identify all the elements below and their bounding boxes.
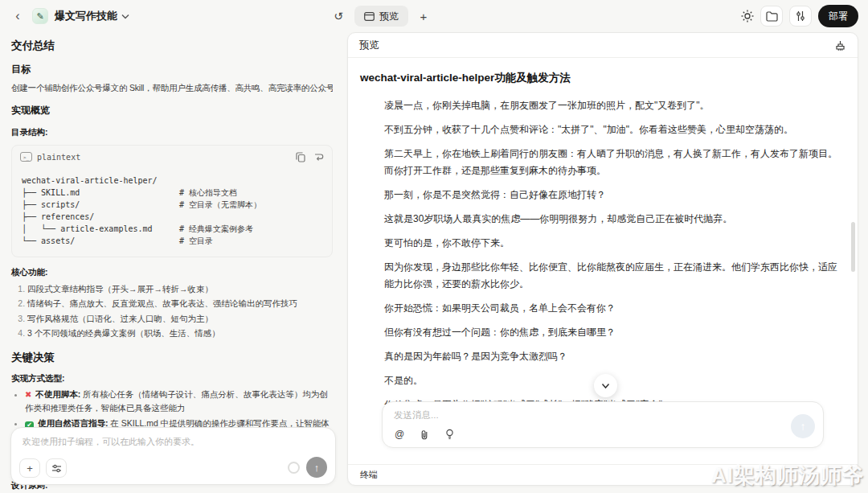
dir-structure-label: 目录结构: [11, 127, 333, 138]
new-tab-button[interactable]: + [416, 7, 432, 25]
article-content: wechat-viral-article-helper功能及触发方法 凌晨一点，… [348, 58, 851, 405]
code-line: wechat-viral-article-helper/ [22, 175, 322, 187]
article-paragraph: 不到五分钟，收获了十几个点赞和评论："太拼了"、"加油"。你看着这些赞美，心里却… [384, 121, 838, 138]
impl-item: ✖ 不使用脚本: 所有核心任务（情绪钩子设计、痛点分析、故事化表达等）均为创作类… [25, 388, 333, 415]
pencil-icon: ✎ [36, 11, 43, 22]
goal-text: 创建一个辅助创作公众号爆文的 Skill，帮助用户生成高传播、高共鸣、高完读率的… [11, 83, 333, 94]
deploy-button[interactable]: 部署 [818, 5, 858, 27]
article-paragraph: 那一刻，你是不是突然觉得：自己好像在原地打转？ [384, 187, 838, 203]
copy-icon[interactable] [296, 152, 305, 162]
impl-heading: 实现方式选型: [11, 373, 333, 384]
feature-item: 四段式文章结构指导（开头→展开→转折→收束） [27, 281, 333, 296]
left-composer: 欢迎使用扣子编程，可以在此输入你的要求。 + ↑ [10, 427, 336, 485]
feature-item: 3 个不同领域的经典爆文案例（职场、生活、情感） [27, 326, 333, 340]
wrap-icon[interactable] [313, 152, 324, 162]
article-paragraph: 真的是因为年龄吗？是因为竞争太激烈吗？ [384, 348, 838, 365]
arrow-up-icon: ↑ [314, 462, 320, 474]
topbar-tabs: ↺ 预览 + [330, 0, 432, 32]
code-line: ├── references/ [22, 211, 322, 223]
summary-panel: 交付总结 目标 创建一个辅助创作公众号爆文的 Skill，帮助用户生成高传播、高… [0, 32, 344, 493]
tab-preview[interactable]: 预览 [354, 6, 408, 27]
topbar-actions: 部署 [741, 0, 858, 32]
sun-icon [741, 10, 754, 23]
goal-heading: 目标 [11, 63, 333, 76]
article-title: wechat-viral-article-helper功能及触发方法 [360, 71, 838, 85]
code-block-header: >_ plaintext [12, 146, 332, 168]
plus-icon: + [420, 10, 428, 23]
project-title-menu[interactable]: 爆文写作技能 [55, 9, 129, 23]
skill-icon: ✎ [32, 8, 48, 24]
brush-icon[interactable] [834, 39, 846, 51]
code-line: │ └── article-examples.md# 经典爆文案例参考 [22, 223, 322, 235]
article-paragraph: 更可怕的是，你不敢停下来。 [384, 235, 838, 252]
browser-icon [364, 12, 375, 21]
settings-button[interactable] [789, 6, 812, 27]
plus-icon: + [27, 462, 33, 475]
x-icon: ✖ [25, 390, 31, 399]
scroll-to-bottom-button[interactable] [594, 374, 617, 397]
arrow-up-icon: ↑ [800, 420, 806, 433]
article-paragraph: 这就是30岁职场人最真实的焦虑——你明明很努力，却感觉自己正在被时代抛弃。 [384, 211, 838, 228]
sliders-icon [795, 10, 806, 22]
summary-title: 交付总结 [11, 39, 333, 53]
files-button[interactable] [760, 6, 783, 27]
project-title: 爆文写作技能 [55, 9, 117, 23]
paperclip-icon [420, 429, 429, 440]
chevron-down-icon [121, 14, 129, 19]
preview-header: 预览 [348, 33, 858, 58]
theme-toggle-button[interactable] [741, 10, 754, 23]
folder-icon [766, 11, 778, 22]
history-icon: ↺ [334, 10, 343, 23]
tab-preview-label: 预览 [379, 10, 399, 23]
message-input[interactable]: 发送消息... [394, 409, 439, 421]
feature-item: 情绪钩子、痛点放大、反直觉观点、故事化表达、强结论输出的写作技巧 [27, 296, 333, 310]
code-line: ├── SKILL.md# 核心指导文档 [22, 187, 322, 199]
terminal-bar[interactable]: 终端 [348, 464, 858, 485]
lightbulb-icon [445, 429, 454, 440]
article-paragraph: 因为你发现，身边那些比你年轻、比你便宜、比你能熬夜的应届生，正在涌进来。他们学东… [384, 259, 838, 293]
back-button[interactable]: ‹ [10, 6, 26, 26]
preview-composer: 发送消息... @ ↑ [382, 401, 824, 448]
code-line: ├── scripts/# 空目录（无需脚本） [22, 199, 322, 211]
code-line: └── assets/# 空目录 [22, 235, 322, 247]
composer-tools-button[interactable] [46, 458, 67, 478]
send-button[interactable]: ↑ [791, 414, 815, 438]
scrollbar-thumb[interactable] [851, 222, 855, 272]
sliders-icon [51, 464, 62, 473]
usage-ring [288, 462, 300, 474]
history-button[interactable]: ↺ [330, 7, 347, 25]
add-attachment-button[interactable]: + [19, 458, 40, 478]
attach-button[interactable] [417, 427, 432, 442]
article-paragraph: 但你有没有想过一个问题：你的焦虑，到底来自哪里？ [384, 324, 838, 341]
topbar-left: ‹ ✎ 爆文写作技能 [10, 0, 129, 32]
send-button[interactable]: ↑ [306, 457, 327, 478]
back-icon: ‹ [15, 9, 19, 23]
overview-heading: 实现概览 [11, 104, 333, 117]
chevron-down-icon [601, 383, 610, 389]
article-paragraph: 凌晨一点，你刚关掉电脑，在朋友圈发了一张加班的照片，配文"又卷到了"。 [384, 97, 838, 114]
idea-button[interactable] [442, 427, 457, 442]
left-message-input[interactable]: 欢迎使用扣子编程，可以在此输入你的要求。 [23, 436, 199, 448]
feature-item: 写作风格规范（口语化、过来人口吻、短句为主） [27, 311, 333, 326]
preview-panel: 预览 wechat-viral-article-helper功能及触发方法 凌晨… [347, 32, 858, 486]
decisions-title: 关键决策 [11, 351, 333, 365]
article-paragraph: 你开始恐慌：如果明天公司裁员，名单上会不会有你？ [384, 300, 838, 317]
article-paragraph: 第二天早上，你在地铁上刷着同行的朋友圈：有人晒了升职的消息，有人换了新工作，有人… [384, 146, 838, 179]
preview-panel-title: 预览 [359, 39, 379, 52]
code-language-label: plaintext [37, 153, 80, 162]
code-block: >_ plaintext wechat-viral-article-helper… [11, 145, 333, 257]
features-list: 四段式文章结构指导（开头→展开→转折→收束） 情绪钩子、痛点放大、反直觉观点、故… [11, 281, 333, 341]
terminal-label: 终端 [360, 469, 378, 481]
features-heading: 核心功能: [11, 267, 333, 278]
mention-button[interactable]: @ [392, 427, 407, 442]
code-block-body: wechat-viral-article-helper/ ├── SKILL.m… [12, 168, 332, 257]
terminal-icon: >_ [20, 152, 32, 162]
mention-icon: @ [395, 429, 404, 440]
topbar: ‹ ✎ 爆文写作技能 ↺ 预览 + 部署 [0, 0, 868, 32]
